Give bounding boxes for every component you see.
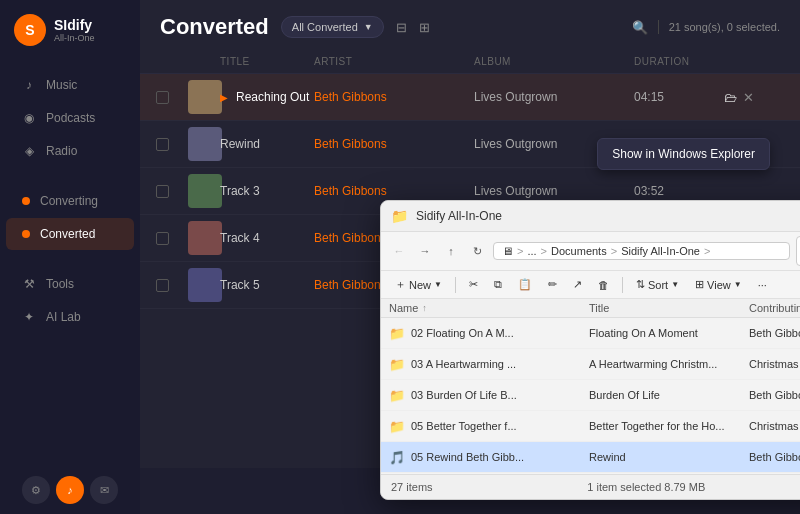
chevron-icon: ▼ bbox=[734, 280, 742, 289]
file-artist: Christmas Songs, ... bbox=[749, 358, 800, 370]
sidebar-item-label: Music bbox=[46, 78, 77, 92]
row-album: Lives Outgrown bbox=[474, 184, 634, 198]
close-icon[interactable]: ✕ bbox=[743, 90, 754, 105]
copy-button[interactable]: ⧉ bbox=[488, 275, 508, 294]
col-artist[interactable]: Contributing artists bbox=[749, 302, 800, 314]
address-icon: 🖥 bbox=[502, 245, 513, 257]
track-title: Track 4 bbox=[220, 231, 260, 245]
filter-dropdown[interactable]: All Converted ▼ bbox=[281, 16, 384, 38]
sidebar-item-music[interactable]: ♪ Music bbox=[6, 69, 134, 101]
table-row[interactable]: ▶ Reaching Out Beth Gibbons Lives Outgro… bbox=[140, 74, 800, 121]
sidebar-nav: ♪ Music ◉ Podcasts ◈ Radio Converting Co… bbox=[0, 64, 140, 466]
explorer-toolbar: ＋ New ▼ ✂ ⧉ 📋 ✏ ↗ 🗑 ⇅ Sort ▼ ⊞ View ▼ ··… bbox=[381, 271, 800, 299]
row-checkbox[interactable] bbox=[156, 232, 169, 245]
track-title: Track 3 bbox=[220, 184, 260, 198]
forward-button[interactable]: → bbox=[415, 241, 435, 261]
explorer-footer: 27 items 1 item selected 8.79 MB ☰ ⊞ bbox=[381, 474, 800, 499]
file-row[interactable]: 🎵 05 Rewind Beth Gibb... Rewind Beth Gib… bbox=[381, 442, 800, 473]
breadcrumb-sep: > bbox=[611, 245, 617, 257]
row-artist: Beth Gibbons bbox=[314, 137, 474, 151]
row-thumbnail bbox=[188, 268, 222, 302]
settings-button[interactable]: ⚙ bbox=[22, 476, 50, 504]
breadcrumb-item: ... bbox=[527, 245, 536, 257]
row-duration: 03:52 bbox=[634, 184, 724, 198]
row-title-cell: Track 5 bbox=[220, 278, 314, 292]
back-button[interactable]: ← bbox=[389, 241, 409, 261]
col-album: ALBUM bbox=[474, 56, 634, 67]
file-row[interactable]: 📁 03 A Heartwarming ... A Heartwarming C… bbox=[381, 349, 800, 380]
explorer-search[interactable]: 🔍 Search Sidify A... bbox=[796, 236, 800, 266]
rename-icon: ✏ bbox=[548, 278, 557, 291]
file-row[interactable]: 📁 03 Burden Of Life B... Burden Of Life … bbox=[381, 380, 800, 411]
row-checkbox[interactable] bbox=[156, 279, 169, 292]
grid-icon[interactable]: ⊞ bbox=[419, 20, 430, 35]
file-name-cell: 🎵 05 Rewind Beth Gibb... bbox=[389, 450, 589, 465]
file-name: 03 A Heartwarming ... bbox=[411, 358, 516, 370]
row-checkbox[interactable] bbox=[156, 138, 169, 151]
refresh-button[interactable]: ↻ bbox=[467, 241, 487, 261]
view-icon: ⊞ bbox=[695, 278, 704, 291]
sidebar: S SIdify All-In-One ♪ Music ◉ Podcasts ◈… bbox=[0, 0, 140, 514]
podcasts-icon: ◉ bbox=[22, 111, 36, 125]
file-name-cell: 📁 03 Burden Of Life B... bbox=[389, 388, 589, 403]
folder-icon: 📁 bbox=[389, 326, 405, 341]
row-album: Lives Outgrown bbox=[474, 90, 634, 104]
sidebar-item-converting[interactable]: Converting bbox=[6, 185, 134, 217]
new-button[interactable]: ＋ New ▼ bbox=[389, 274, 448, 295]
file-title: Rewind bbox=[589, 451, 749, 463]
search-icon[interactable]: 🔍 bbox=[632, 20, 648, 35]
delete-button[interactable]: 🗑 bbox=[592, 276, 615, 294]
header-right: 🔍 21 song(s), 0 selected. bbox=[632, 20, 780, 35]
delete-icon: 🗑 bbox=[598, 279, 609, 291]
app-subtitle: All-In-One bbox=[54, 33, 95, 43]
breadcrumb-sep: > bbox=[541, 245, 547, 257]
sidebar-item-ailab[interactable]: ✦ AI Lab bbox=[6, 301, 134, 333]
radio-icon: ◈ bbox=[22, 144, 36, 158]
paste-button[interactable]: 📋 bbox=[512, 275, 538, 294]
music-note-button[interactable]: ♪ bbox=[56, 476, 84, 504]
folder-icon[interactable]: 🗁 bbox=[724, 90, 737, 105]
file-name: 03 Burden Of Life B... bbox=[411, 389, 517, 401]
sidebar-item-podcasts[interactable]: ◉ Podcasts bbox=[6, 102, 134, 134]
sidebar-item-tools[interactable]: ⚒ Tools bbox=[6, 268, 134, 300]
address-bar[interactable]: 🖥 > ... > Documents > Sidify All-In-One … bbox=[493, 242, 790, 260]
tools-icon: ⚒ bbox=[22, 277, 36, 291]
sidebar-item-radio[interactable]: ◈ Radio bbox=[6, 135, 134, 167]
folder-icon: 📁 bbox=[389, 419, 405, 434]
row-checkbox[interactable] bbox=[156, 185, 169, 198]
row-checkbox[interactable] bbox=[156, 91, 169, 104]
col-title[interactable]: Title bbox=[589, 302, 749, 314]
sort-asc-icon: ↑ bbox=[422, 303, 427, 313]
main-content: Converted All Converted ▼ ⊟ ⊞ 🔍 21 song(… bbox=[140, 0, 800, 514]
ailab-icon: ✦ bbox=[22, 310, 36, 324]
items-count: 27 items bbox=[391, 481, 433, 493]
file-name-cell: 📁 02 Floating On A M... bbox=[389, 326, 589, 341]
sidebar-item-converted[interactable]: Converted bbox=[6, 218, 134, 250]
header-icons: ⊟ ⊞ bbox=[396, 20, 430, 35]
view-button[interactable]: ⊞ View ▼ bbox=[689, 275, 748, 294]
view-label: View bbox=[707, 279, 731, 291]
col-checkbox bbox=[156, 56, 188, 67]
sort-icon: ⇅ bbox=[636, 278, 645, 291]
up-button[interactable]: ↑ bbox=[441, 241, 461, 261]
col-name[interactable]: Name ↑ bbox=[389, 302, 589, 314]
sidebar-bottom: ⚙ ♪ ✉ bbox=[0, 466, 140, 514]
share-button[interactable]: ↗ bbox=[567, 275, 588, 294]
mail-button[interactable]: ✉ bbox=[90, 476, 118, 504]
track-title: Reaching Out bbox=[236, 90, 309, 104]
file-row[interactable]: 📁 05 Better Together f... Better Togethe… bbox=[381, 411, 800, 442]
col-title: TITLE bbox=[220, 56, 314, 67]
file-row[interactable]: 📁 02 Floating On A M... Floating On A Mo… bbox=[381, 318, 800, 349]
play-icon[interactable]: ▶ bbox=[220, 92, 228, 103]
row-duration: 04:15 bbox=[634, 90, 724, 104]
filter-icon[interactable]: ⊟ bbox=[396, 20, 407, 35]
selected-info: 1 item selected 8.79 MB bbox=[587, 481, 705, 493]
tooltip-popup: Show in Windows Explorer bbox=[597, 138, 770, 170]
rename-button[interactable]: ✏ bbox=[542, 275, 563, 294]
file-title: Better Together for the Ho... bbox=[589, 420, 749, 432]
more-button[interactable]: ··· bbox=[752, 276, 773, 294]
file-name: 02 Floating On A M... bbox=[411, 327, 514, 339]
row-title-cell: Rewind bbox=[220, 137, 314, 151]
sort-button[interactable]: ⇅ Sort ▼ bbox=[630, 275, 685, 294]
cut-button[interactable]: ✂ bbox=[463, 275, 484, 294]
